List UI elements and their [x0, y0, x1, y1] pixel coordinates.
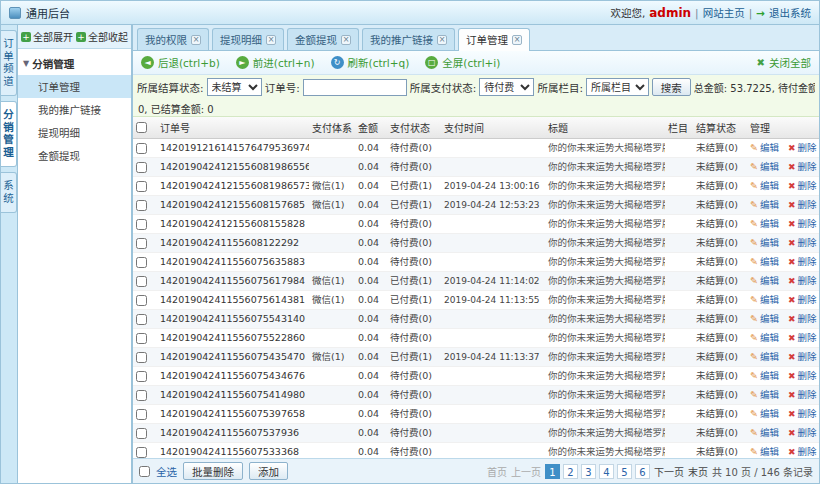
delete-link[interactable]: ✖删除	[788, 180, 817, 191]
close-icon[interactable]: ×	[341, 35, 351, 45]
edit-link[interactable]: ✎编辑	[750, 294, 779, 305]
edit-link[interactable]: ✎编辑	[750, 180, 779, 191]
close-icon[interactable]: ×	[191, 35, 201, 45]
channel-tab-orders[interactable]: 订单频道	[1, 30, 17, 96]
expand-all-link[interactable]: +全部展开	[21, 29, 73, 44]
pay-status-select[interactable]: 待付费	[479, 78, 534, 96]
delete-link[interactable]: ✖删除	[788, 237, 817, 248]
select-all-header-checkbox[interactable]	[136, 122, 147, 133]
row-checkbox[interactable]	[136, 181, 147, 192]
page-button-6[interactable]: 6	[635, 464, 650, 479]
page-button-5[interactable]: 5	[617, 464, 632, 479]
delete-link[interactable]: ✖删除	[788, 256, 817, 267]
delete-link[interactable]: ✖删除	[788, 332, 817, 343]
delete-link[interactable]: ✖删除	[788, 389, 817, 400]
channel-tab-system[interactable]: 系统	[1, 172, 17, 213]
close-icon[interactable]: ×	[512, 35, 522, 45]
close-icon[interactable]: ×	[437, 35, 447, 45]
edit-link[interactable]: ✎编辑	[750, 408, 779, 419]
channel-tab-distribution[interactable]: 分销管理	[1, 101, 17, 167]
delete-link[interactable]: ✖删除	[788, 408, 817, 419]
row-checkbox[interactable]	[136, 219, 147, 230]
batch-delete-button[interactable]: 批量删除	[183, 462, 243, 480]
close-all-button[interactable]: ✖关闭全部	[757, 55, 811, 70]
delete-link[interactable]: ✖删除	[788, 218, 817, 229]
row-checkbox[interactable]	[136, 352, 147, 363]
row-checkbox[interactable]	[136, 238, 147, 249]
row-checkbox[interactable]	[136, 314, 147, 325]
delete-link[interactable]: ✖删除	[788, 294, 817, 305]
fullscreen-button[interactable]: □全屏(ctrl+i)	[425, 55, 500, 70]
sidebar-item-amount-withdraw[interactable]: 金额提现	[18, 144, 131, 167]
delete-link[interactable]: ✖删除	[788, 351, 817, 362]
page-button-1[interactable]: 1	[545, 464, 560, 479]
tab-withdraw-detail[interactable]: 提现明细 ×	[212, 28, 284, 50]
next-page-link[interactable]: 下一页	[654, 464, 684, 479]
select-all-link[interactable]: 全选	[156, 464, 177, 479]
row-checkbox[interactable]	[136, 447, 147, 458]
tab-my-permissions[interactable]: 我的权限 ×	[137, 28, 209, 50]
sidebar-item-promo-links[interactable]: 我的推广链接	[18, 98, 131, 121]
edit-link[interactable]: ✎编辑	[750, 370, 779, 381]
edit-link[interactable]: ✎编辑	[750, 427, 779, 438]
edit-label: 编辑	[760, 294, 779, 305]
search-button[interactable]: 搜索	[652, 78, 691, 96]
page-button-2[interactable]: 2	[563, 464, 578, 479]
edit-link[interactable]: ✎编辑	[750, 313, 779, 324]
app-title: 通用后台	[26, 5, 70, 21]
row-checkbox[interactable]	[136, 162, 147, 173]
first-page-link[interactable]: 首页	[487, 464, 507, 479]
row-checkbox[interactable]	[136, 428, 147, 439]
delete-link[interactable]: ✖删除	[788, 142, 817, 153]
prev-page-link[interactable]: 上一页	[511, 464, 541, 479]
close-icon[interactable]: ×	[266, 35, 276, 45]
sidebar-item-order-management[interactable]: 订单管理	[18, 75, 131, 98]
edit-link[interactable]: ✎编辑	[750, 275, 779, 286]
edit-link[interactable]: ✎编辑	[750, 256, 779, 267]
forward-button[interactable]: ►前进(ctrl+n)	[236, 55, 315, 70]
logout-link[interactable]: 退出系统	[769, 5, 811, 20]
row-checkbox[interactable]	[136, 390, 147, 401]
delete-link[interactable]: ✖删除	[788, 275, 817, 286]
delete-link[interactable]: ✖删除	[788, 370, 817, 381]
row-checkbox[interactable]	[136, 371, 147, 382]
order-number-input[interactable]	[303, 79, 407, 96]
row-checkbox[interactable]	[136, 200, 147, 211]
back-button[interactable]: ◄后退(ctrl+b)	[141, 55, 220, 70]
edit-link[interactable]: ✎编辑	[750, 332, 779, 343]
edit-link[interactable]: ✎编辑	[750, 142, 779, 153]
row-checkbox[interactable]	[136, 257, 147, 268]
delete-link[interactable]: ✖删除	[788, 446, 817, 457]
delete-link[interactable]: ✖删除	[788, 199, 817, 210]
row-checkbox[interactable]	[136, 409, 147, 420]
refresh-button[interactable]: ↻刷新(ctrl+q)	[331, 55, 410, 70]
column-select[interactable]: 所属栏目	[586, 78, 649, 96]
delete-link[interactable]: ✖删除	[788, 313, 817, 324]
sidebar-item-withdraw-detail[interactable]: 提现明细	[18, 121, 131, 144]
edit-link[interactable]: ✎编辑	[750, 351, 779, 362]
delete-link[interactable]: ✖删除	[788, 427, 817, 438]
tab-amount-withdraw[interactable]: 金额提现 ×	[287, 28, 359, 50]
row-checkbox[interactable]	[136, 295, 147, 306]
page-button-4[interactable]: 4	[599, 464, 614, 479]
settle-status-select[interactable]: 未结算	[207, 78, 262, 96]
edit-link[interactable]: ✎编辑	[750, 199, 779, 210]
add-button[interactable]: 添加	[249, 462, 288, 480]
edit-link[interactable]: ✎编辑	[750, 389, 779, 400]
tree-group-distribution[interactable]: ▼ 分销管理	[18, 52, 131, 75]
row-checkbox[interactable]	[136, 333, 147, 344]
edit-link[interactable]: ✎编辑	[750, 161, 779, 172]
row-checkbox[interactable]	[136, 276, 147, 287]
home-link[interactable]: 网站主页	[703, 5, 745, 20]
row-checkbox[interactable]	[136, 143, 147, 154]
select-all-checkbox[interactable]	[139, 466, 150, 477]
last-page-link[interactable]: 末页	[688, 464, 708, 479]
collapse-all-link[interactable]: +全部收起	[76, 29, 128, 44]
edit-link[interactable]: ✎编辑	[750, 446, 779, 457]
edit-link[interactable]: ✎编辑	[750, 218, 779, 229]
tab-order-management[interactable]: 订单管理 ×	[458, 28, 530, 51]
delete-link[interactable]: ✖删除	[788, 161, 817, 172]
page-button-3[interactable]: 3	[581, 464, 596, 479]
edit-link[interactable]: ✎编辑	[750, 237, 779, 248]
tab-promo-links[interactable]: 我的推广链接 ×	[362, 28, 455, 50]
